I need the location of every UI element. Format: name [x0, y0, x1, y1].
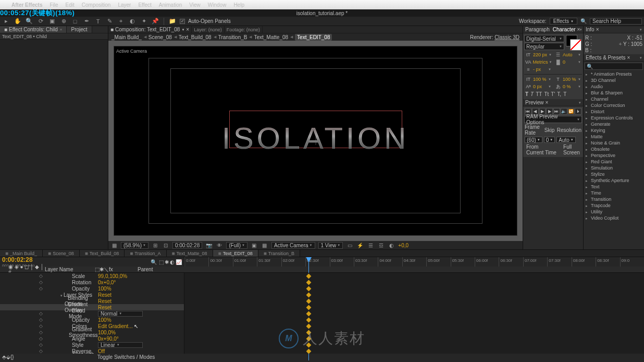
auto-open-checkbox[interactable]: ✓ — [180, 19, 185, 24]
effects-category[interactable]: Text — [584, 184, 644, 190]
subscript-button[interactable]: T, — [557, 91, 561, 97]
roto-tool-icon[interactable]: ✦ — [140, 18, 148, 25]
tracking-input[interactable]: 0 — [563, 59, 576, 65]
property-value[interactable]: Edit Gradient... ↖ — [98, 323, 143, 329]
property-value[interactable]: 0x+90,0° — [98, 336, 143, 342]
exposure-value[interactable]: +0,0 — [398, 243, 408, 248]
timeline-property-row[interactable]: ◇▾Blend ModeNormal▼ — [0, 310, 184, 317]
ram-preview-options-dropdown[interactable]: RAM Preview Options▼ — [524, 116, 582, 123]
keyframe-track[interactable] — [184, 348, 644, 354]
effects-category[interactable]: Video Copilot — [584, 215, 644, 221]
panbehind-tool-icon[interactable]: ⊕ — [59, 18, 68, 25]
effects-category[interactable]: * Animation Presets — [584, 71, 644, 77]
stroke-color-swatch[interactable] — [570, 39, 581, 51]
timeline-comp-tab[interactable]: ■Text_EDIT_08 — [213, 250, 258, 257]
effects-search-input[interactable]: 🔍 — [585, 63, 643, 70]
composition-tab[interactable]: ■Composition: Text_EDIT_08▼× — [108, 26, 192, 33]
keyframe-icon[interactable] — [306, 274, 312, 279]
rotate-tool-icon[interactable]: ⟳ — [36, 18, 45, 25]
bc-item[interactable]: Transition_B — [218, 34, 247, 40]
menu-file[interactable]: File — [49, 2, 58, 8]
preview-res-dropdown[interactable]: Auto▼ — [556, 137, 576, 143]
preview-time-display[interactable]: 0:00:02:28 — [172, 242, 202, 249]
property-value[interactable]: Off — [98, 348, 143, 354]
superscript-button[interactable]: T' — [551, 91, 555, 97]
menu-layer[interactable]: Layer — [118, 2, 131, 8]
mask-tool-icon[interactable]: □ — [71, 18, 79, 25]
effects-category[interactable]: Perspective — [584, 152, 644, 159]
fast-preview-icon[interactable]: ⚡ — [356, 242, 364, 249]
keyframe-track[interactable] — [184, 285, 644, 292]
3dview-dropdown[interactable]: Active Camera▼ — [271, 242, 315, 249]
footage-panel-tab[interactable]: Footage: (none) — [225, 26, 263, 33]
property-name[interactable]: ▾Rotation — [44, 280, 98, 285]
folder-icon[interactable]: 📁 — [168, 18, 177, 25]
bold-button[interactable]: T — [525, 91, 528, 97]
info-panel-tab[interactable]: Info×▾ — [584, 26, 644, 33]
menu-help[interactable]: Help — [233, 2, 244, 8]
timeline-property-row[interactable]: ◇▾Angle0x+90,0° — [0, 335, 184, 342]
transparency-icon[interactable]: ▦ — [261, 242, 268, 249]
keyframe-track[interactable] — [184, 329, 644, 335]
vscale-input[interactable]: 100 % — [533, 77, 547, 82]
effects-category[interactable]: Transition — [584, 196, 644, 202]
allcaps-button[interactable]: TT — [536, 91, 542, 97]
tsume-input[interactable]: 0 % — [563, 84, 576, 89]
effects-category[interactable]: Obsolete — [584, 146, 644, 152]
effects-category[interactable]: Red Giant — [584, 159, 644, 165]
effects-category[interactable]: Simulation — [584, 165, 644, 171]
keyframe-icon[interactable] — [306, 318, 312, 323]
clone-tool-icon[interactable]: ⌖ — [117, 18, 125, 25]
bc-item[interactable]: _Main Build_ — [112, 34, 142, 40]
property-value[interactable]: 100% — [98, 286, 143, 292]
bc-item[interactable]: Text_Build_08 — [179, 34, 212, 40]
menu-view[interactable]: View — [189, 2, 201, 8]
guides-icon[interactable]: ⊡ — [162, 242, 169, 249]
kerning-dropdown[interactable]: Metrics — [533, 59, 548, 65]
resolution-dropdown[interactable]: (Full)▼ — [226, 242, 247, 249]
keyframe-track[interactable] — [184, 279, 644, 285]
property-value[interactable]: 99,0,100,0% — [98, 273, 143, 279]
effects-category[interactable]: Stylize — [584, 171, 644, 177]
snapshot-icon[interactable]: 📷 — [205, 242, 213, 249]
grid-icon[interactable]: ⊞ — [152, 242, 159, 249]
effects-category[interactable]: Audio — [584, 83, 644, 90]
keyframe-track[interactable] — [184, 323, 644, 329]
smallcaps-button[interactable]: Tt — [544, 91, 549, 97]
app-name[interactable]: After Effects — [11, 2, 42, 8]
reset-exposure-icon[interactable]: ◐ — [388, 242, 395, 249]
keyframe-icon[interactable] — [306, 280, 312, 285]
menu-window[interactable]: Window — [208, 2, 227, 8]
property-value[interactable]: Reset — [98, 298, 143, 304]
roi-icon[interactable]: ▣ — [251, 242, 258, 249]
hscale-input[interactable]: 100 % — [563, 77, 576, 82]
effects-category[interactable]: Utility — [584, 209, 644, 215]
frameblend-icon[interactable]: ✱ — [165, 259, 169, 265]
title-text-layer[interactable]: ISOLATION — [222, 120, 409, 155]
current-time-display[interactable]: 0:00:02:28 — [2, 256, 35, 263]
project-tab[interactable]: Project — [67, 26, 92, 33]
effects-category[interactable]: Matte — [584, 134, 644, 140]
timeline-property-row[interactable]: ◇▾Rotation0x+0,0° — [0, 279, 184, 285]
pen-tool-icon[interactable]: ✒ — [82, 18, 91, 25]
keyframe-track[interactable] — [184, 304, 644, 310]
effects-category[interactable]: Channel — [584, 96, 644, 102]
magnification-dropdown[interactable]: (58.9%)▼ — [121, 242, 148, 249]
keyframe-icon[interactable] — [306, 330, 312, 335]
camera-tool-icon[interactable]: ▣ — [48, 18, 56, 25]
underline-button[interactable]: T — [563, 91, 566, 97]
timeline-property-row[interactable]: ◇▾Scale99,0,100,0% — [0, 273, 184, 279]
effects-category[interactable]: Distort — [584, 108, 644, 115]
effects-category[interactable]: Time — [584, 190, 644, 196]
keyframe-icon[interactable] — [306, 286, 312, 292]
keyframe-icon[interactable] — [306, 349, 312, 354]
pixel-aspect-icon[interactable]: ▭ — [346, 242, 353, 249]
menu-animation[interactable]: Animation — [159, 2, 182, 8]
effects-category[interactable]: Blur & Sharpen — [584, 90, 644, 96]
keyframe-track[interactable] — [184, 298, 644, 304]
property-value[interactable]: Reset — [98, 305, 143, 310]
property-name[interactable]: ▾Opacity — [44, 286, 98, 292]
keyframe-icon[interactable] — [306, 311, 312, 317]
effects-category[interactable]: Trapcode — [584, 202, 644, 209]
stroke-width-input[interactable]: - px — [533, 67, 547, 72]
